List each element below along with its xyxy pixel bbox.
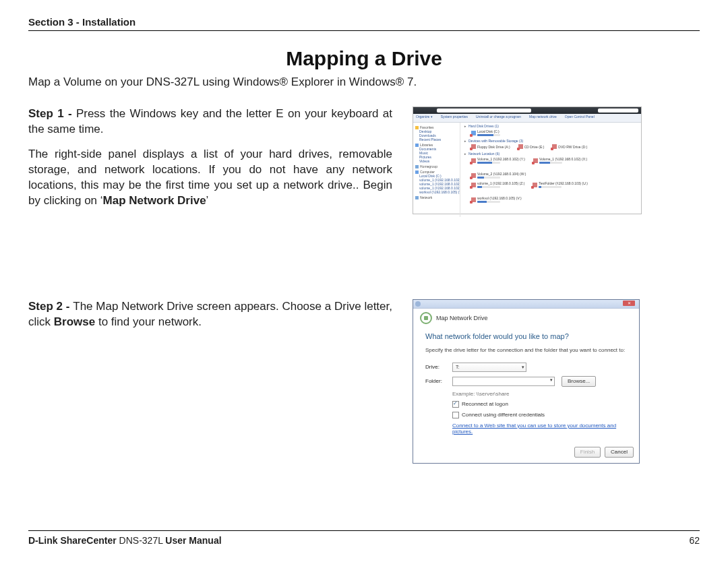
explorer-titlebar [413, 107, 641, 114]
step-2-row: Step 2 - The Map Network Drive screen ap… [28, 299, 700, 464]
drive-label: Drive: [425, 364, 446, 370]
example-text: Example: \\server\share [452, 391, 627, 397]
drive-item[interactable]: volume_1 (\\192.168.0.105) (Z:) [471, 181, 524, 188]
nav-computer-item[interactable]: workvol (\\192.168.0.105) (V:) [419, 190, 458, 194]
step-1-label: Step 1 - [28, 107, 76, 120]
diff-cred-row[interactable]: Connect using different credentials [452, 412, 627, 418]
explorer-content-pane: Hard Disk Drives (1) Local Disk (C:) Dev… [460, 123, 641, 217]
drive-select[interactable]: T: [452, 363, 526, 372]
step-1-p1: Press the Windows key and the letter E o… [28, 107, 392, 135]
toolbar-uninstall[interactable]: Uninstall or change a program [476, 115, 521, 121]
step-2-label: Step 2 - [28, 300, 73, 313]
nav-libraries-item[interactable]: Videos [419, 159, 458, 163]
explorer-nav-pane: Favorites Desktop Downloads Recent Place… [413, 123, 460, 217]
close-button[interactable]: ✕ [623, 301, 635, 306]
drive-icon [471, 158, 476, 163]
drive-label: TestFolder (\\192.168.0.103) (U:) [539, 181, 588, 185]
map-network-drive-dialog: ✕ Map Network Drive What network folder … [413, 299, 640, 464]
drive-usage-bar [477, 134, 500, 136]
drive-item[interactable]: CD Drive (E:) [518, 144, 545, 149]
computer-icon [415, 170, 419, 174]
drive-usage-bar [477, 162, 500, 164]
cat-network[interactable]: Network Location (6) [464, 152, 637, 156]
toolbar-sysprops[interactable]: System properties [441, 115, 468, 121]
page-title: Mapping a Drive [28, 47, 700, 70]
drive-item[interactable]: workvol (\\192.168.0.105) (V:) [471, 196, 522, 203]
step-1-p2a: The right-side panel displays a list of … [28, 148, 392, 207]
page-footer: D-Link ShareCenter DNS-327L User Manual … [28, 530, 700, 546]
section-header: Section 3 - Installation [28, 16, 700, 31]
drive-label: Volume_1 (\\192.168.0.102) (Y:) [477, 157, 525, 161]
drive-icon [471, 173, 476, 178]
drive-label: Local Disk (C:) [477, 129, 500, 133]
map-drive-icon [420, 312, 432, 324]
back-button[interactable] [415, 301, 421, 307]
drive-item[interactable]: TestFolder (\\192.168.0.103) (U:) [533, 181, 588, 188]
drive-icon [533, 158, 538, 163]
drive-usage-bar [477, 201, 500, 203]
explorer-toolbar: Organize ▾ System properties Uninstall o… [413, 114, 641, 123]
explorer-screenshot: Organize ▾ System properties Uninstall o… [413, 106, 642, 214]
footer-left: D-Link ShareCenter DNS-327L User Manual [28, 535, 222, 546]
drive-usage-bar [477, 177, 500, 179]
drive-icon [471, 197, 476, 202]
step-2-p1b: to find your network. [95, 315, 202, 328]
nav-homegroup[interactable]: Homegroup [415, 164, 458, 168]
drive-label: Volume_2 (\\192.168.0.104) (W:) [477, 172, 526, 176]
drive-icon [518, 144, 523, 149]
nav-favorites-item[interactable]: Recent Places [419, 137, 458, 142]
diff-cred-checkbox[interactable] [452, 412, 459, 418]
libraries-icon [415, 144, 419, 147]
footer-model: DNS-327L [117, 535, 166, 546]
drive-label: workvol (\\192.168.0.105) (V:) [477, 196, 522, 200]
drive-icon [471, 131, 476, 135]
drive-label: DVD RW Drive (D:) [558, 145, 587, 149]
footer-brand: D-Link ShareCenter [28, 535, 117, 546]
cat-removable[interactable]: Devices with Removable Storage (3) [464, 139, 637, 143]
dialog-hint: Specify the drive letter for the connect… [425, 347, 627, 353]
page-number: 62 [689, 535, 700, 546]
nav-network[interactable]: Network [415, 195, 458, 199]
drive-item[interactable]: Volume_1 (\\192.168.0.102) (Y:) [471, 157, 525, 164]
drive-item[interactable]: Volume_1 (\\192.168.0.102) (X:) [533, 157, 587, 164]
step-1-p2b: ’ [206, 194, 209, 207]
folder-row: Folder: Browse... [425, 376, 627, 387]
star-icon [415, 126, 419, 129]
reconnect-row[interactable]: Reconnect at logon [452, 401, 627, 408]
toolbar-map-network-drive[interactable]: Map network drive [529, 115, 557, 121]
drive-icon [533, 183, 537, 187]
reconnect-checkbox[interactable] [452, 401, 459, 408]
network-icon [415, 196, 419, 199]
diff-cred-label: Connect using different credentials [462, 412, 545, 418]
cancel-button[interactable]: Cancel [605, 447, 634, 458]
drive-item[interactable]: Floppy Disk Drive (A:) [471, 144, 510, 149]
drive-row: Drive: T: [425, 363, 627, 372]
drive-usage-bar [477, 186, 500, 188]
explorer-address-bar[interactable] [437, 108, 531, 113]
drive-label: Volume_1 (\\192.168.0.102) (X:) [539, 157, 587, 161]
drive-item[interactable]: Local Disk (C:) [471, 129, 500, 136]
finish-button[interactable]: Finish [574, 447, 601, 458]
drive-label: volume_1 (\\192.168.0.105) (Z:) [477, 181, 524, 185]
drive-label: Floppy Disk Drive (A:) [477, 145, 510, 149]
step-2-text: Step 2 - The Map Network Drive screen ap… [28, 299, 392, 340]
drive-usage-bar [539, 186, 562, 188]
cat-hdd[interactable]: Hard Disk Drives (1) [464, 124, 637, 128]
intro-text: Map a Volume on your DNS-327L using Wind… [28, 75, 700, 89]
toolbar-control-panel[interactable]: Open Control Panel [565, 115, 595, 121]
step-1-row: Step 1 - Press the Windows key and the l… [28, 106, 700, 218]
homegroup-icon [415, 165, 419, 168]
drive-icon [471, 144, 476, 149]
map-network-drive-bold: Map Network Drive [103, 194, 206, 207]
drive-label: CD Drive (E:) [524, 145, 545, 149]
browse-button[interactable]: Browse... [562, 376, 596, 387]
footer-suffix: User Manual [165, 535, 221, 546]
drive-item[interactable]: DVD RW Drive (D:) [552, 144, 587, 149]
drive-item[interactable]: Volume_2 (\\192.168.0.104) (W:) [471, 172, 526, 179]
dialog-header: Map Network Drive [413, 309, 639, 332]
toolbar-organize[interactable]: Organize ▾ [416, 115, 433, 121]
folder-input[interactable] [452, 377, 555, 386]
connect-website-link[interactable]: Connect to a Web site that you can use t… [452, 423, 627, 435]
drive-icon [552, 144, 557, 149]
explorer-search-box[interactable] [598, 108, 638, 113]
